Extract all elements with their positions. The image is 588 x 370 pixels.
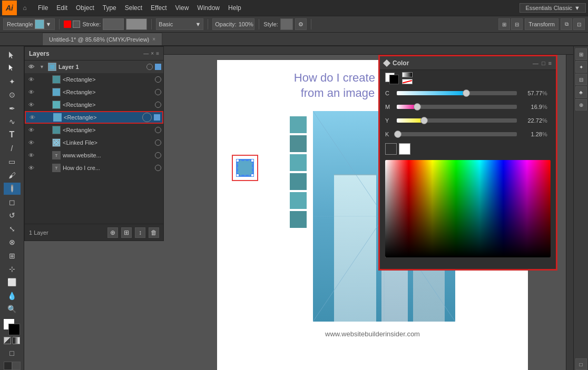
linked-visibility[interactable]: 👁 (27, 138, 35, 147)
none-mode[interactable] (402, 79, 413, 84)
create-sublayer-btn[interactable]: ⊞ (121, 227, 132, 238)
gradient-mode[interactable] (402, 72, 413, 77)
layer-header-row[interactable]: 👁 ▼ Layer 1 (25, 61, 163, 73)
screen-mode-1[interactable] (4, 362, 12, 370)
layer-expand-icon[interactable]: ▼ (40, 64, 46, 69)
rect-visibility-selected[interactable]: 👁 (28, 113, 36, 122)
y-slider[interactable] (397, 118, 517, 123)
style-dropdown[interactable]: Basic ▼ (156, 18, 203, 30)
menu-file[interactable]: File (34, 3, 52, 13)
menu-view[interactable]: View (171, 3, 193, 13)
handle-bl[interactable] (236, 174, 239, 177)
fg-bg-swatches[interactable] (385, 73, 399, 84)
menu-help[interactable]: Help (224, 3, 246, 13)
pencil-tool[interactable] (4, 183, 21, 195)
zoom-tool[interactable]: 🔍 (4, 303, 21, 315)
lasso-tool[interactable]: ⊙ (4, 88, 21, 101)
handle-br[interactable] (251, 174, 254, 177)
c-slider[interactable] (397, 91, 517, 95)
pen-tool[interactable]: ✒ (4, 102, 21, 114)
layer-rect-3[interactable]: 👁 <Rectangle> (25, 98, 163, 111)
right-btn-5[interactable]: ⊕ (575, 99, 587, 111)
bg-swatch[interactable] (389, 75, 399, 84)
rect-tool[interactable]: ▭ (4, 156, 21, 168)
distribute-btn[interactable]: ⊟ (511, 18, 523, 30)
selection-tool[interactable] (4, 48, 21, 61)
direct-selection-tool[interactable] (4, 62, 21, 74)
layer-url-text[interactable]: 👁 T www.website... (25, 149, 163, 162)
right-btn-3[interactable]: ⊟ (575, 74, 587, 85)
menu-effect[interactable]: Effect (146, 3, 171, 13)
background-color[interactable] (8, 324, 20, 335)
layer-visibility-toggle[interactable]: 👁 (27, 63, 35, 71)
right-btn-4[interactable]: ♣ (575, 86, 587, 98)
draw-mode[interactable]: □ (4, 347, 21, 359)
document-tab[interactable]: Untitled-1* @ 85.68% (CMYK/Preview) × (42, 33, 162, 45)
stroke-value[interactable] (103, 18, 124, 30)
extra-btn-2[interactable]: ⊡ (573, 18, 585, 30)
rect-visibility-1[interactable]: 👁 (27, 75, 35, 84)
menu-window[interactable]: Window (193, 3, 224, 13)
m-thumb[interactable] (414, 103, 421, 111)
scroll-right[interactable] (566, 46, 573, 370)
k-thumb[interactable] (394, 131, 401, 138)
stroke-color-indicator[interactable] (73, 21, 80, 28)
color-panel-pin[interactable]: — (533, 60, 538, 66)
none-indicator[interactable] (4, 337, 11, 344)
rect-visibility-3[interactable]: 👁 (27, 101, 35, 109)
menu-object[interactable]: Object (72, 3, 99, 13)
layer-title-text[interactable]: 👁 T How do I cre... (25, 162, 163, 174)
text-tool[interactable]: T (4, 129, 21, 141)
rect-target-selected[interactable] (142, 113, 152, 122)
eyedropper-tool[interactable]: 💧 (4, 289, 21, 302)
url-visibility[interactable]: 👁 (27, 151, 35, 159)
color-boxes[interactable] (3, 318, 21, 333)
right-btn-bottom[interactable]: □ (575, 358, 587, 370)
scale-tool[interactable]: ⤡ (4, 223, 21, 235)
layer-linked[interactable]: 👁 <Linked File> (25, 136, 163, 149)
right-btn-1[interactable]: ⊞ (575, 48, 587, 60)
screen-mode-2[interactable] (12, 362, 21, 370)
title-visibility[interactable]: 👁 (27, 164, 35, 172)
c-thumb[interactable] (463, 89, 470, 97)
k-slider[interactable] (397, 132, 517, 136)
m-slider[interactable] (397, 105, 517, 109)
layer-rect-2[interactable]: 👁 <Rectangle> (25, 86, 163, 98)
move-to-layer-btn[interactable]: ↕ (135, 227, 145, 238)
magic-wand-tool[interactable]: ✦ (4, 75, 21, 87)
gradient-tool[interactable]: ⬜ (4, 276, 21, 288)
home-icon[interactable]: ⌂ (19, 2, 31, 14)
layers-panel-close[interactable]: × (151, 51, 154, 56)
delete-layer-btn[interactable]: 🗑 (149, 227, 159, 238)
shape-selector[interactable]: Rectangle ▼ (3, 18, 55, 30)
color-spectrum[interactable] (385, 160, 551, 257)
right-btn-2[interactable]: ✦ (575, 61, 587, 73)
layer-rect-1[interactable]: 👁 <Rectangle> (25, 73, 163, 86)
transform-btn[interactable]: Transform (525, 18, 558, 30)
tab-close[interactable]: × (152, 36, 155, 42)
rect-visibility-2[interactable]: 👁 (27, 88, 35, 96)
eraser-tool[interactable]: ◻ (4, 196, 21, 208)
extra-btn-1[interactable]: ⧉ (561, 18, 572, 30)
mesh-tool[interactable]: ⊹ (4, 263, 21, 275)
gradient-indicator[interactable] (13, 337, 20, 344)
make-clipping-mask-btn[interactable]: ⊕ (107, 227, 118, 238)
line-tool[interactable]: / (4, 142, 21, 154)
menu-type[interactable]: Type (99, 3, 121, 13)
menu-edit[interactable]: Edit (52, 3, 72, 13)
rect-visibility-5[interactable]: 👁 (27, 126, 35, 134)
curvature-tool[interactable]: ∿ (4, 115, 21, 127)
blend-tool[interactable]: ⊗ (4, 236, 21, 248)
fill-color-indicator[interactable] (64, 21, 71, 28)
layers-panel-minimize[interactable]: — (143, 51, 149, 56)
rotate-tool[interactable]: ↺ (4, 209, 21, 221)
align-btn[interactable]: ⊞ (498, 18, 510, 30)
handle-tr[interactable] (251, 159, 254, 162)
none-white-icon[interactable] (385, 143, 397, 155)
color-panel-menu[interactable]: ≡ (548, 60, 552, 66)
column-graph-tool[interactable]: ⊞ (4, 249, 21, 262)
layer-rect-selected[interactable]: 👁 <Rectangle> (25, 111, 163, 124)
layer-rect-5[interactable]: 👁 <Rectangle> (25, 124, 163, 136)
white-icon[interactable] (399, 143, 410, 155)
menu-select[interactable]: Select (121, 3, 146, 13)
